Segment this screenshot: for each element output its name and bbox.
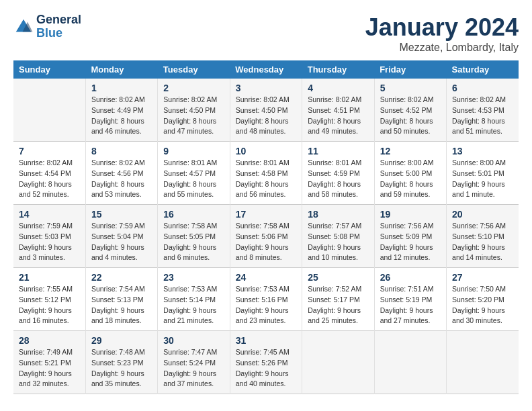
weekday-header-saturday: Saturday (447, 60, 519, 79)
calendar-cell (374, 331, 446, 394)
calendar-cell (302, 331, 374, 394)
day-info: Sunrise: 7:54 AMSunset: 5:13 PMDaylight:… (91, 284, 152, 326)
day-number: 13 (452, 146, 513, 156)
day-info: Sunrise: 8:02 AMSunset: 4:52 PMDaylight:… (380, 95, 441, 137)
calendar-cell: 3Sunrise: 8:02 AMSunset: 4:50 PMDaylight… (230, 79, 302, 142)
weekday-header-thursday: Thursday (302, 60, 374, 79)
logo-text: General Blue (36, 13, 81, 40)
week-row-2: 7Sunrise: 8:02 AMSunset: 4:54 PMDaylight… (13, 142, 519, 205)
calendar-cell: 27Sunrise: 7:50 AMSunset: 5:20 PMDayligh… (447, 268, 519, 331)
day-info: Sunrise: 8:02 AMSunset: 4:50 PMDaylight:… (236, 95, 296, 137)
calendar-cell: 17Sunrise: 7:58 AMSunset: 5:06 PMDayligh… (230, 205, 302, 268)
calendar-cell: 8Sunrise: 8:02 AMSunset: 4:56 PMDaylight… (85, 142, 157, 205)
day-info: Sunrise: 7:48 AMSunset: 5:23 PMDaylight:… (91, 347, 152, 390)
calendar-cell: 18Sunrise: 7:57 AMSunset: 5:08 PMDayligh… (302, 205, 374, 268)
calendar-cell: 13Sunrise: 8:00 AMSunset: 5:01 PMDayligh… (447, 142, 519, 205)
day-info: Sunrise: 8:01 AMSunset: 4:57 PMDaylight:… (163, 158, 224, 200)
calendar-cell (447, 331, 519, 394)
calendar-cell: 23Sunrise: 7:53 AMSunset: 5:14 PMDayligh… (158, 268, 230, 331)
calendar-cell: 21Sunrise: 7:55 AMSunset: 5:12 PMDayligh… (13, 268, 85, 331)
calendar-cell: 2Sunrise: 8:02 AMSunset: 4:50 PMDaylight… (158, 79, 230, 142)
calendar-cell: 10Sunrise: 8:01 AMSunset: 4:58 PMDayligh… (230, 142, 302, 205)
day-info: Sunrise: 7:59 AMSunset: 5:04 PMDaylight:… (91, 221, 152, 263)
day-info: Sunrise: 8:02 AMSunset: 4:51 PMDaylight:… (308, 95, 368, 137)
day-info: Sunrise: 7:59 AMSunset: 5:03 PMDaylight:… (19, 221, 80, 263)
calendar-cell: 24Sunrise: 7:53 AMSunset: 5:16 PMDayligh… (230, 268, 302, 331)
calendar-cell: 15Sunrise: 7:59 AMSunset: 5:04 PMDayligh… (85, 205, 157, 268)
day-info: Sunrise: 8:02 AMSunset: 4:56 PMDaylight:… (91, 158, 152, 200)
day-number: 26 (380, 272, 441, 283)
day-info: Sunrise: 7:53 AMSunset: 5:14 PMDaylight:… (163, 284, 224, 326)
calendar-cell: 6Sunrise: 8:02 AMSunset: 4:53 PMDaylight… (447, 79, 519, 142)
weekday-header-row: SundayMondayTuesdayWednesdayThursdayFrid… (13, 60, 519, 79)
week-row-5: 28Sunrise: 7:49 AMSunset: 5:21 PMDayligh… (13, 331, 519, 394)
logo-line2: Blue (36, 27, 81, 40)
day-info: Sunrise: 7:58 AMSunset: 5:06 PMDaylight:… (236, 221, 296, 263)
day-number: 28 (19, 335, 80, 346)
day-number: 17 (236, 209, 296, 220)
calendar-cell: 11Sunrise: 8:01 AMSunset: 4:59 PMDayligh… (302, 142, 374, 205)
calendar-cell: 30Sunrise: 7:47 AMSunset: 5:24 PMDayligh… (158, 331, 230, 394)
day-number: 5 (380, 83, 441, 93)
day-number: 19 (380, 209, 441, 220)
day-number: 20 (452, 209, 513, 220)
calendar-cell: 19Sunrise: 7:56 AMSunset: 5:09 PMDayligh… (374, 205, 446, 268)
day-number: 2 (163, 83, 224, 93)
day-number: 18 (308, 209, 368, 220)
day-info: Sunrise: 8:01 AMSunset: 4:58 PMDaylight:… (236, 158, 296, 200)
day-number: 23 (163, 272, 224, 283)
calendar-cell: 12Sunrise: 8:00 AMSunset: 5:00 PMDayligh… (374, 142, 446, 205)
day-number: 22 (91, 272, 152, 283)
day-info: Sunrise: 8:01 AMSunset: 4:59 PMDaylight:… (308, 158, 368, 200)
calendar-cell: 5Sunrise: 8:02 AMSunset: 4:52 PMDaylight… (374, 79, 446, 142)
week-row-1: 1Sunrise: 8:02 AMSunset: 4:49 PMDaylight… (13, 79, 519, 142)
day-info: Sunrise: 8:02 AMSunset: 4:50 PMDaylight:… (163, 95, 224, 137)
calendar-cell: 9Sunrise: 8:01 AMSunset: 4:57 PMDaylight… (158, 142, 230, 205)
calendar-cell: 4Sunrise: 8:02 AMSunset: 4:51 PMDaylight… (302, 79, 374, 142)
day-number: 16 (163, 209, 224, 220)
weekday-header-friday: Friday (374, 60, 446, 79)
calendar-cell: 14Sunrise: 7:59 AMSunset: 5:03 PMDayligh… (13, 205, 85, 268)
day-info: Sunrise: 7:49 AMSunset: 5:21 PMDaylight:… (19, 347, 80, 390)
day-info: Sunrise: 7:45 AMSunset: 5:26 PMDaylight:… (236, 347, 296, 390)
day-info: Sunrise: 7:52 AMSunset: 5:17 PMDaylight:… (308, 284, 368, 326)
day-number: 15 (91, 209, 152, 220)
calendar-cell: 25Sunrise: 7:52 AMSunset: 5:17 PMDayligh… (302, 268, 374, 331)
weekday-header-tuesday: Tuesday (158, 60, 230, 79)
title-section: January 2024 Mezzate, Lombardy, Italy (365, 13, 519, 54)
day-info: Sunrise: 7:51 AMSunset: 5:19 PMDaylight:… (380, 284, 441, 326)
logo-line1: General (36, 13, 81, 27)
day-number: 8 (91, 146, 152, 156)
day-number: 7 (19, 146, 80, 156)
calendar-cell: 28Sunrise: 7:49 AMSunset: 5:21 PMDayligh… (13, 331, 85, 394)
week-row-3: 14Sunrise: 7:59 AMSunset: 5:03 PMDayligh… (13, 205, 519, 268)
day-info: Sunrise: 7:56 AMSunset: 5:10 PMDaylight:… (452, 221, 513, 263)
day-number: 9 (163, 146, 224, 156)
calendar-table: SundayMondayTuesdayWednesdayThursdayFrid… (13, 60, 519, 394)
calendar-cell: 26Sunrise: 7:51 AMSunset: 5:19 PMDayligh… (374, 268, 446, 331)
logo-icon (13, 17, 34, 37)
calendar-cell: 29Sunrise: 7:48 AMSunset: 5:23 PMDayligh… (85, 331, 157, 394)
day-info: Sunrise: 8:00 AMSunset: 5:00 PMDaylight:… (380, 158, 441, 200)
day-number: 6 (452, 83, 513, 93)
day-info: Sunrise: 7:56 AMSunset: 5:09 PMDaylight:… (380, 221, 441, 263)
day-info: Sunrise: 7:47 AMSunset: 5:24 PMDaylight:… (163, 347, 224, 390)
day-number: 3 (236, 83, 296, 93)
location-subtitle: Mezzate, Lombardy, Italy (365, 42, 519, 54)
day-number: 11 (308, 146, 368, 156)
month-title: January 2024 (365, 13, 519, 42)
day-info: Sunrise: 7:53 AMSunset: 5:16 PMDaylight:… (236, 284, 296, 326)
calendar-cell: 1Sunrise: 8:02 AMSunset: 4:49 PMDaylight… (85, 79, 157, 142)
week-row-4: 21Sunrise: 7:55 AMSunset: 5:12 PMDayligh… (13, 268, 519, 331)
day-info: Sunrise: 7:50 AMSunset: 5:20 PMDaylight:… (452, 284, 513, 326)
weekday-header-monday: Monday (85, 60, 157, 79)
day-number: 27 (452, 272, 513, 283)
day-number: 10 (236, 146, 296, 156)
day-number: 12 (380, 146, 441, 156)
calendar-cell: 31Sunrise: 7:45 AMSunset: 5:26 PMDayligh… (230, 331, 302, 394)
calendar-cell: 7Sunrise: 8:02 AMSunset: 4:54 PMDaylight… (13, 142, 85, 205)
day-info: Sunrise: 8:02 AMSunset: 4:54 PMDaylight:… (19, 158, 80, 200)
calendar-cell: 22Sunrise: 7:54 AMSunset: 5:13 PMDayligh… (85, 268, 157, 331)
weekday-header-wednesday: Wednesday (230, 60, 302, 79)
day-number: 1 (91, 83, 152, 93)
